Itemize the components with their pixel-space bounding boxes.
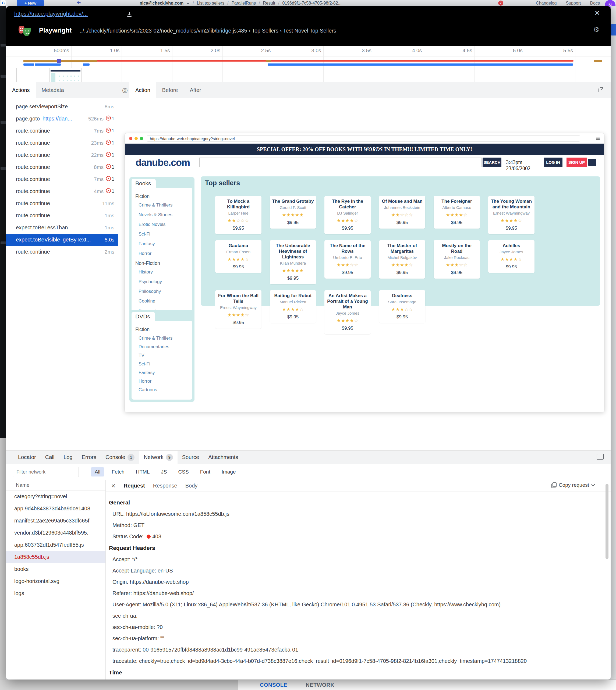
network-row[interactable]: manifest.2ae2e69a05c33dfc65f	[6, 515, 106, 527]
timeline[interactable]: 500ms1.0s1.5s2.0s2.5s3.0s3.5s4.0s4.5s5.0…	[6, 46, 611, 83]
tab-action[interactable]: Action	[129, 82, 156, 98]
action-row[interactable]: route.continue7ms1	[6, 173, 118, 185]
devtools-tab-call[interactable]: Call	[41, 451, 59, 464]
breadcrumb-item[interactable]: ParallelRuns	[231, 1, 256, 6]
breadcrumb-account[interactable]: nica@checklyhq.com	[139, 1, 183, 6]
panel-layout-icon[interactable]	[597, 453, 603, 461]
category-link[interactable]: Crime & Thrillers	[138, 336, 190, 341]
product-card[interactable]: Baiting for RobotManuel Rickett★★★★☆$9.9…	[270, 290, 316, 323]
breadcrumb-item[interactable]: 0196d9f1-7c58-4705-98f2-82...	[282, 1, 342, 6]
bottom-tab-network[interactable]: NETWORK	[306, 682, 334, 688]
filter-chip-all[interactable]: All	[91, 467, 104, 476]
devtools-tab-attachments[interactable]: Attachments	[204, 451, 243, 464]
action-row[interactable]: route.continue22ms1	[6, 149, 118, 161]
filter-chip-font[interactable]: Font	[196, 467, 214, 476]
tab-body[interactable]: Body	[185, 483, 198, 489]
login-button[interactable]: LOG IN	[544, 158, 563, 167]
category-link[interactable]: Fantasy	[138, 370, 190, 375]
category-link[interactable]: Cooking	[138, 298, 190, 304]
action-row[interactable]: expect.toBeVisiblegetByText...5.0s	[6, 234, 118, 246]
category-link[interactable]: Horror	[138, 379, 190, 384]
product-card[interactable]: The Young Woman and the MountainErnest W…	[488, 196, 534, 234]
category-link[interactable]: History	[138, 269, 190, 275]
topnav-link-support[interactable]: Support	[566, 1, 581, 6]
search-button[interactable]: SEARCH	[483, 158, 501, 167]
category-link[interactable]: Psychology	[138, 279, 190, 285]
product-card[interactable]: The Rye in the CatcherDJ Salinger★★★★☆$9…	[324, 196, 371, 234]
new-button[interactable]: + New	[17, 0, 44, 6]
network-filter-input[interactable]	[13, 467, 79, 477]
close-icon[interactable]: ✕	[594, 9, 600, 17]
filter-chip-image[interactable]: Image	[218, 467, 240, 476]
breadcrumb-item[interactable]: Result	[263, 1, 275, 6]
category-link[interactable]: Horror	[138, 251, 190, 256]
category-link[interactable]: Cartoons	[138, 387, 190, 393]
action-row[interactable]: route.continue23ms1	[6, 137, 118, 149]
category-link[interactable]: Documentaries	[138, 344, 190, 350]
action-row[interactable]: page.setViewportSize8ms	[6, 101, 118, 113]
tab-before[interactable]: Before	[156, 82, 184, 98]
scrollbar-thumb[interactable]	[606, 484, 609, 559]
network-row[interactable]: logs	[6, 587, 106, 599]
filter-chip-js[interactable]: JS	[157, 467, 171, 476]
address-bar[interactable]: https://danube-web.shop/category?string=…	[147, 135, 580, 142]
filter-chip-html[interactable]: HTML	[132, 467, 154, 476]
bottom-tab-console[interactable]: CONSOLE	[260, 682, 287, 688]
breadcrumb-item[interactable]: List top sellers	[197, 1, 224, 6]
cart-icon[interactable]	[588, 159, 596, 166]
topnav-link-changelog[interactable]: Changelog	[536, 1, 556, 6]
devtools-tab-console[interactable]: Console1	[101, 451, 139, 464]
devtools-tab-errors[interactable]: Errors	[77, 451, 101, 464]
network-row[interactable]: logo-horizontal.svg	[6, 575, 106, 587]
target-icon[interactable]: ◎	[122, 86, 128, 94]
category-link[interactable]: Sci-Fi	[138, 361, 190, 367]
tab-metadata[interactable]: Metadata	[36, 82, 70, 98]
site-logo[interactable]: danube.com	[136, 157, 190, 168]
devtools-tab-source[interactable]: Source	[178, 451, 204, 464]
product-card[interactable]: To Mock a KillingbirdLarper Hee★★☆☆☆$9.9…	[215, 196, 262, 234]
network-row[interactable]: vendor.d3bf129603c448bff595.	[6, 527, 106, 539]
filter-chip-css[interactable]: CSS	[175, 467, 193, 476]
product-card[interactable]: An Artist Makes a Portrait of a Young Ma…	[324, 290, 371, 334]
action-row[interactable]: route.continue4ms1	[6, 185, 118, 197]
category-link[interactable]: Crime & Thrillers	[138, 202, 190, 208]
product-card[interactable]: The ForeignerAlberto Camuso★★★★☆$9.95	[434, 196, 480, 228]
tab-after[interactable]: After	[184, 82, 207, 98]
network-row[interactable]: books	[6, 563, 106, 575]
category-link[interactable]: Fantasy	[138, 241, 190, 247]
tab-response[interactable]: Response	[153, 483, 177, 489]
gear-icon[interactable]: ⚙	[593, 25, 599, 34]
action-link[interactable]: https://dan...	[43, 116, 72, 122]
category-link[interactable]: TV	[138, 353, 190, 358]
notification-badge[interactable]: 7	[498, 1, 503, 6]
action-row[interactable]: route.continue8ms1	[6, 161, 118, 173]
network-row[interactable]: category?string=novel	[6, 490, 106, 503]
network-row[interactable]: app.603732df1d547fedff55.js	[6, 539, 106, 551]
product-card[interactable]: Of Mouse and ManJohannes Beckstein★★☆☆☆$…	[379, 196, 425, 228]
action-row[interactable]: expect.toBeLessThan1ms	[6, 222, 118, 234]
action-row[interactable]: page.gotohttps://dan...526ms1	[6, 113, 118, 125]
product-card[interactable]: Mostly on the RoadJake Rockuac★★★☆☆$9.95	[434, 240, 480, 279]
close-detail-icon[interactable]: ✕	[111, 483, 116, 489]
network-row[interactable]: app.9d4b843873d4ba9dce1408	[6, 503, 106, 515]
product-card[interactable]: The Grand GrotsbyGerald F. Scott★★★★★$9.…	[270, 196, 316, 228]
category-link[interactable]: Sci-Fi	[138, 231, 190, 237]
hamburger-menu-icon[interactable]: ≡	[596, 135, 600, 141]
network-row[interactable]: 1a858c55db.js	[6, 551, 106, 563]
product-card[interactable]: AchillesJayce Jomes★★★★☆$9.95	[488, 240, 534, 273]
trace-link[interactable]: https://trace.playwright.dev/...	[14, 10, 88, 17]
tab-actions[interactable]: Actions	[6, 82, 36, 98]
topnav-link-docs[interactable]: Docs	[590, 1, 600, 6]
product-card[interactable]: The Name of the RowsUmberto E. Erto★★★☆☆…	[324, 240, 371, 279]
category-link[interactable]: Erotic Novels	[138, 222, 190, 227]
product-card[interactable]: The Master of MargaritasMichel Bulgakòv★…	[379, 240, 425, 279]
category-link[interactable]: Novels & Stories	[138, 212, 190, 218]
product-card[interactable]: For Whom the Ball TellsErnest Waymingway…	[215, 290, 262, 329]
tab-request[interactable]: Request	[124, 483, 145, 489]
devtools-tab-log[interactable]: Log	[59, 451, 77, 464]
action-row[interactable]: route.continue11ms	[6, 197, 118, 209]
action-row[interactable]: route.continue7ms1	[6, 125, 118, 137]
category-link[interactable]: Philosophy	[138, 289, 190, 294]
filter-chip-fetch[interactable]: Fetch	[108, 467, 128, 476]
download-icon[interactable]	[127, 12, 132, 19]
